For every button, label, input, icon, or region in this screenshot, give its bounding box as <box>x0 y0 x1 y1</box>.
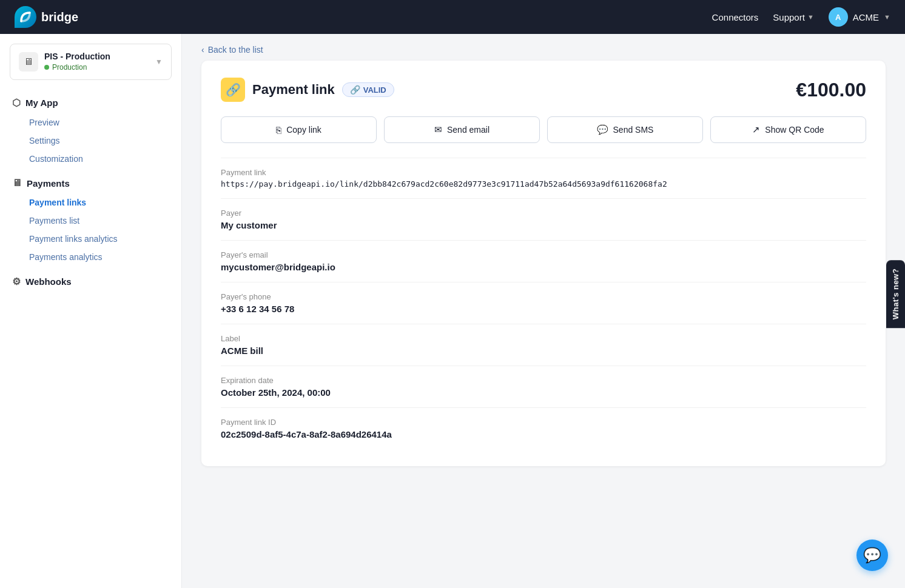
sidebar-item-preview[interactable]: Preview <box>0 113 181 132</box>
copy-link-button[interactable]: ⎘ Copy link <box>221 116 377 143</box>
payer-email-row: Payer's email mycustomer@bridgeapi.io <box>221 241 866 282</box>
sidebar-item-payment-links[interactable]: Payment links <box>0 193 181 212</box>
support-caret-icon: ▼ <box>807 13 814 21</box>
logo-area: bridge <box>15 6 78 28</box>
webhooks-icon: ⚙ <box>12 276 21 287</box>
expiration-field-label: Expiration date <box>221 376 866 385</box>
send-sms-label: Send SMS <box>613 125 654 135</box>
webhooks-label: Webhooks <box>25 276 72 287</box>
payer-field-label: Payer <box>221 209 866 218</box>
back-to-list-link[interactable]: ‹ Back to the list <box>182 34 905 61</box>
label-value: ACME bill <box>221 346 866 356</box>
qr-icon: ↗ <box>752 124 760 135</box>
sidebar-item-payments-analytics[interactable]: Payments analytics <box>0 248 181 266</box>
id-field-label: Payment link ID <box>221 418 866 427</box>
webhooks-section: ⚙ Webhooks <box>0 271 181 292</box>
support-nav[interactable]: Support ▼ <box>773 12 813 22</box>
payer-row: Payer My customer <box>221 199 866 241</box>
my-app-icon: ⬡ <box>12 97 21 109</box>
send-email-button[interactable]: ✉ Send email <box>384 116 540 143</box>
user-caret-icon: ▼ <box>884 13 890 21</box>
my-app-label: My App <box>25 98 58 108</box>
my-app-header[interactable]: ⬡ My App <box>0 92 181 113</box>
send-sms-button[interactable]: 💬 Send SMS <box>547 116 703 143</box>
expiration-row: Expiration date October 25th, 2024, 00:0… <box>221 366 866 408</box>
env-status-dot <box>44 65 49 70</box>
card-title: Payment link <box>252 82 335 98</box>
top-navigation: bridge Connectors Support ▼ A ACME ▼ <box>0 0 905 34</box>
payments-section: 🖥 Payments Payment links Payments list P… <box>0 173 181 266</box>
copy-link-label: Copy link <box>286 125 321 135</box>
user-avatar: A <box>829 7 848 27</box>
card-title-group: 🔗 Payment link 🔗 VALID <box>221 78 394 102</box>
payment-link-field-label: Payment link <box>221 168 866 177</box>
env-selector[interactable]: 🖥 PIS - Production Production ▼ <box>10 44 172 80</box>
payments-label: Payments <box>27 178 70 189</box>
user-menu[interactable]: A ACME ▼ <box>829 7 890 27</box>
whats-new-tab[interactable]: What's new? <box>886 260 905 328</box>
link-emoji-icon: 🔗 <box>226 82 241 97</box>
support-label: Support <box>773 12 805 22</box>
env-status-badge: Production <box>44 63 87 72</box>
sidebar-item-payments-list[interactable]: Payments list <box>0 212 181 230</box>
my-app-section: ⬡ My App Preview Settings Customization <box>0 92 181 168</box>
env-status-label: Production <box>52 63 87 72</box>
sidebar: 🖥 PIS - Production Production ▼ ⬡ My App… <box>0 34 182 588</box>
payer-phone-field-label: Payer's phone <box>221 292 866 301</box>
env-name: PIS - Production <box>44 52 149 61</box>
env-icon: 🖥 <box>19 52 38 72</box>
chat-button[interactable]: 💬 <box>856 540 888 571</box>
chat-icon: 💬 <box>863 547 881 564</box>
label-row: Label ACME bill <box>221 324 866 366</box>
back-arrow-icon: ‹ <box>201 45 204 55</box>
payer-phone-row: Payer's phone +33 6 12 34 56 78 <box>221 282 866 324</box>
valid-status-badge: 🔗 VALID <box>342 82 394 97</box>
label-field-label: Label <box>221 334 866 343</box>
action-buttons: ⎘ Copy link ✉ Send email 💬 Send SMS ↗ Sh… <box>221 116 866 143</box>
valid-badge-text: VALID <box>363 85 386 95</box>
detail-section: Payment link https://pay.bridgeapi.io/li… <box>221 158 866 449</box>
payment-link-id-row: Payment link ID 02c2509d-8af5-4c7a-8af2-… <box>221 408 866 449</box>
nav-right: Connectors Support ▼ A ACME ▼ <box>712 7 890 27</box>
payment-link-icon: 🔗 <box>221 78 245 102</box>
card-header: 🔗 Payment link 🔗 VALID €100.00 <box>221 78 866 102</box>
logo-icon <box>15 6 36 28</box>
env-caret-icon: ▼ <box>155 58 163 66</box>
payment-link-row: Payment link https://pay.bridgeapi.io/li… <box>221 158 866 199</box>
payments-header[interactable]: 🖥 Payments <box>0 173 181 193</box>
payment-amount: €100.00 <box>796 79 866 101</box>
back-link-text: Back to the list <box>208 45 263 55</box>
main-content: ‹ Back to the list 🔗 Payment link 🔗 VALI… <box>182 34 905 588</box>
payer-email-field-label: Payer's email <box>221 250 866 259</box>
payer-phone-value: +33 6 12 34 56 78 <box>221 304 866 314</box>
sidebar-item-settings[interactable]: Settings <box>0 132 181 150</box>
env-info: PIS - Production Production <box>44 52 149 72</box>
copy-icon: ⎘ <box>276 125 281 135</box>
show-qr-button[interactable]: ↗ Show QR Code <box>710 116 866 143</box>
send-email-label: Send email <box>447 125 490 135</box>
show-qr-label: Show QR Code <box>765 125 824 135</box>
logo-text: bridge <box>41 10 78 24</box>
payer-email-value: mycustomer@bridgeapi.io <box>221 262 866 272</box>
main-layout: 🖥 PIS - Production Production ▼ ⬡ My App… <box>0 34 905 588</box>
sidebar-item-payment-links-analytics[interactable]: Payment links analytics <box>0 230 181 248</box>
email-icon: ✉ <box>434 124 442 135</box>
webhooks-header[interactable]: ⚙ Webhooks <box>0 271 181 292</box>
sidebar-item-customization[interactable]: Customization <box>0 150 181 168</box>
payment-link-url-value: https://pay.bridgeapi.io/link/d2bb842c67… <box>221 179 866 189</box>
payment-link-card: 🔗 Payment link 🔗 VALID €100.00 ⎘ Copy li… <box>201 61 886 466</box>
sms-icon: 💬 <box>597 124 608 135</box>
user-name-label: ACME <box>853 12 879 22</box>
payer-value: My customer <box>221 220 866 230</box>
connectors-nav-link[interactable]: Connectors <box>712 12 759 22</box>
payments-icon: 🖥 <box>12 178 22 189</box>
valid-link-icon: 🔗 <box>350 85 360 95</box>
id-value: 02c2509d-8af5-4c7a-8af2-8a694d26414a <box>221 429 866 439</box>
expiration-value: October 25th, 2024, 00:00 <box>221 387 866 398</box>
